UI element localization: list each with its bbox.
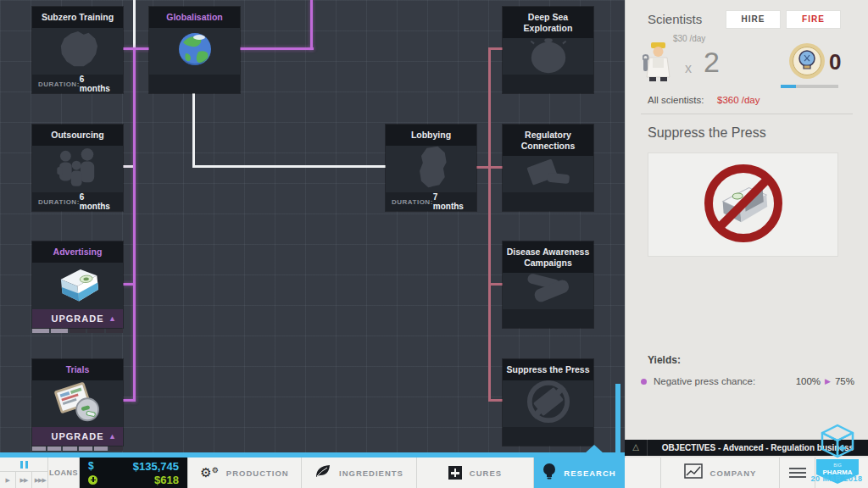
yield-arrow-icon: ▶ [825,377,831,385]
daily-profit-value: $618 [154,474,179,486]
upgrade-progress-bar [32,446,123,451]
tech-node-trials[interactable]: Trials UPGRADE▲ [32,359,123,446]
iceberg-icon [53,29,103,73]
connection-line [192,165,387,168]
scientist-cost-per-day: $30 /day [673,34,705,43]
connection-line [123,399,136,402]
upgrade-arrow-icon: ▲ [108,432,116,441]
idea-bulb-coin-icon [788,42,826,83]
tech-node-globalisation[interactable]: Globalisation [149,7,240,93]
diving-helmet-icon [524,38,573,75]
hamburger-icon [789,468,806,469]
tech-node-disease-awareness-campaigns[interactable]: Disease Awareness Campaigns [503,241,593,328]
research-tab-notch [585,445,604,453]
tech-node-outsourcing[interactable]: Outsourcing DURATION:6 months [32,125,123,211]
time-controls: ▶ ▶▶ ▶▶▶ [0,458,48,488]
cash-symbol: $ [88,460,94,472]
tab-cures[interactable]: CURES [417,458,534,488]
documents-icon [521,156,576,192]
hire-button[interactable]: HIRE [726,10,781,29]
tech-node-advertising[interactable]: Advertising UPGRADE▲ [32,241,123,328]
selected-tech-icon-box [648,152,838,257]
tech-node-subzero-training[interactable]: Subzero Training DURATION:6 months [32,7,123,93]
clipboard-pills-icon [49,380,107,427]
cash-value: $135,745 [133,460,179,473]
scientists-heading: Scientists [648,12,702,26]
tab-production[interactable]: ⚙⚙ PRODUCTION [188,458,302,488]
loans-button[interactable]: LOANS [48,458,80,488]
toolbar-spacer [625,458,661,488]
connection-line [133,0,136,49]
multiply-sign: x [685,61,692,76]
tech-node-suppress-the-press[interactable]: Suppress the Press [503,359,593,446]
research-tree-canvas[interactable]: Subzero Training DURATION:6 months Globa… [0,0,625,458]
fire-button[interactable]: FIRE [786,10,841,29]
lightbulb-icon [542,463,556,483]
speed-3-button[interactable]: ▶▶▶ [32,472,47,488]
upgrade-progress-bar [32,329,123,333]
panel-edge-highlight [615,384,620,458]
yield-row: Negative press chance: 100% ▶ 75% [641,376,854,386]
tech-node-deep-sea-exploration[interactable]: Deep Sea Exploration [503,7,593,93]
objectives-toggle-icon[interactable]: △ [625,440,648,456]
connection-line [488,47,491,402]
yields-heading: Yields: [648,354,681,366]
pause-button[interactable] [0,458,48,472]
upgrade-arrow-icon: ▲ [108,314,116,323]
big-pharma-research-screen: Subzero Training DURATION:6 months Globa… [0,0,868,488]
connection-line [491,399,503,402]
all-scientists-cost: $360 /day [717,95,760,105]
pill-box-icon [50,263,106,309]
connection-line [123,283,133,286]
gears-icon: ⚙⚙ [200,467,219,480]
selected-tech-title: Suppress the Press [648,125,766,141]
tab-ingredients[interactable]: INGREDIENTS [302,458,417,488]
tech-node-regulatory-connections[interactable]: Regulatory Connections [503,125,593,211]
speed-2-button[interactable]: ▶▶ [16,472,32,488]
game-date: 20 MAR 2018 [810,474,863,483]
menu-button[interactable] [780,458,815,488]
logo-line1: BIG [833,463,841,468]
yield-bullet-icon [641,379,647,385]
connection-line [491,47,503,50]
earth-icon [175,30,214,72]
connection-line [192,93,195,168]
connection-line [476,166,503,169]
no-press-large-icon [698,159,789,251]
no-press-icon [524,380,573,427]
speed-1-button[interactable]: ▶ [0,472,16,488]
bandages-icon [521,273,576,309]
leaf-icon [314,463,331,482]
cross-icon [448,466,462,480]
research-side-panel: Scientists HIRE FIRE $30 /day x 2 [625,0,868,458]
money-display: $$135,745 $618 [80,458,188,488]
research-progress-bar [781,85,838,88]
chart-icon [684,463,703,482]
connection-line [133,47,136,402]
tab-research[interactable]: RESEARCH [534,458,625,488]
scientist-count: 2 [704,46,720,79]
connection-line [491,283,503,286]
people-icon [51,147,105,191]
tab-company[interactable]: COMPANY [661,458,780,488]
scientist-icon [643,41,675,86]
connection-line [123,165,133,168]
profit-plus-icon [88,475,97,485]
divider [641,114,853,114]
lobbyist-icon [408,146,455,192]
connection-line [310,0,313,50]
all-scientists-label: All scientists: [648,95,704,105]
tech-node-lobbying[interactable]: Lobbying DURATION:7 months [386,125,476,211]
idea-count: 0 [829,49,841,75]
bottom-toolbar: ▶ ▶▶ ▶▶▶ LOANS $$135,745 $618 ⚙⚙ PRODUCT… [0,458,868,488]
